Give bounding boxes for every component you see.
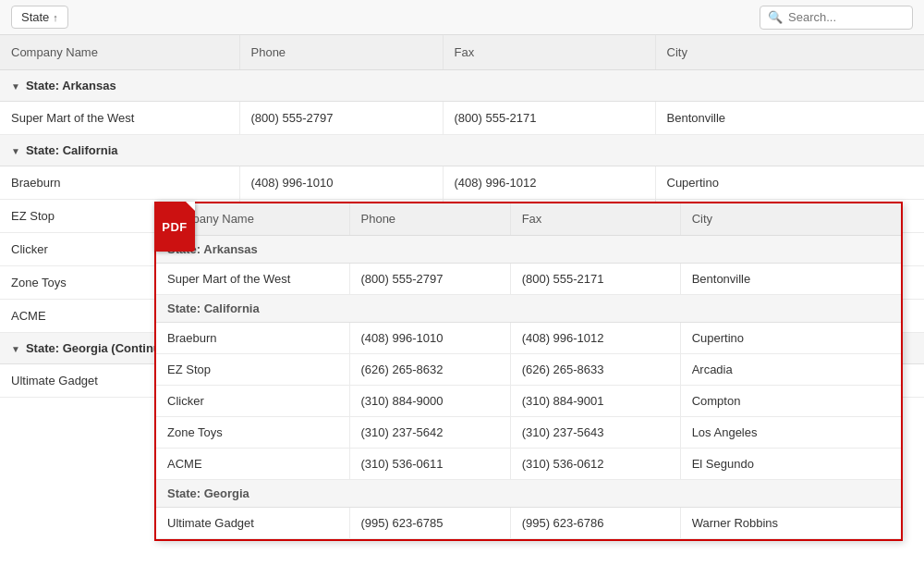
col-header-fax: Fax xyxy=(443,35,655,69)
search-icon: 🔍 xyxy=(768,10,783,24)
pdf-cell-company: Clicker xyxy=(156,385,349,416)
col-header-phone: Phone xyxy=(239,35,443,69)
pdf-cell-city: Warner Robbins xyxy=(680,507,901,538)
pdf-cell-city: Arcadia xyxy=(680,353,901,385)
pdf-cell-city: Compton xyxy=(680,385,901,416)
search-box[interactable]: 🔍 xyxy=(760,6,913,30)
pdf-cell-phone: (408) 996-1010 xyxy=(349,322,510,353)
search-input[interactable] xyxy=(788,10,905,24)
pdf-cell-phone: (626) 265-8632 xyxy=(349,353,510,385)
pdf-cell-city: Los Angeles xyxy=(680,416,901,448)
sort-arrow-icon: ↑ xyxy=(53,12,58,23)
pdf-cell-city: Bentonville xyxy=(680,263,901,294)
pdf-cell-company: EZ Stop xyxy=(156,353,349,385)
pdf-overlay: Company Name Phone Fax City State: Arkan… xyxy=(154,202,903,541)
group-expand-icon[interactable]: ▼ xyxy=(11,146,20,156)
pdf-cell-company: Zone Toys xyxy=(156,416,349,448)
pdf-group-header-cell: State: Arkansas xyxy=(156,235,901,263)
pdf-cell-city: El Segundo xyxy=(680,448,901,479)
toolbar: State ↑ 🔍 xyxy=(0,0,924,35)
pdf-cell-phone: (310) 237-5642 xyxy=(349,416,510,448)
pdf-table: Company Name Phone Fax City State: Arkan… xyxy=(156,203,901,539)
pdf-cell-city: Cupertino xyxy=(680,322,901,353)
pdf-table-row[interactable]: ACME(310) 536-0611(310) 536-0612El Segun… xyxy=(156,448,901,479)
pdf-cell-phone: (310) 536-0611 xyxy=(349,448,510,479)
pdf-cell-company: Ultimate Gadget xyxy=(156,507,349,538)
pdf-col-header-city: City xyxy=(680,203,901,235)
pdf-table-row[interactable]: Zone Toys(310) 237-5642(310) 237-5643Los… xyxy=(156,416,901,448)
pdf-table-body: State: ArkansasSuper Mart of the West(80… xyxy=(156,235,901,538)
cell-fax: (800) 555-2171 xyxy=(443,101,655,134)
cell-city: Cupertino xyxy=(655,166,924,199)
pdf-cell-fax: (800) 555-2171 xyxy=(510,263,680,294)
pdf-cell-phone: (800) 555-2797 xyxy=(349,263,510,294)
pdf-cell-fax: (310) 237-5643 xyxy=(510,416,680,448)
pdf-table-row[interactable]: EZ Stop(626) 265-8632(626) 265-8633Arcad… xyxy=(156,353,901,385)
pdf-cell-fax: (310) 536-0612 xyxy=(510,448,680,479)
pdf-cell-company: Braeburn xyxy=(156,322,349,353)
toolbar-left: State ↑ xyxy=(11,6,68,29)
pdf-cell-company: ACME xyxy=(156,448,349,479)
pdf-icon-label: PDF xyxy=(162,220,188,234)
pdf-cell-phone: (310) 884-9000 xyxy=(349,385,510,416)
pdf-table-row[interactable]: Clicker(310) 884-9000(310) 884-9001Compt… xyxy=(156,385,901,416)
pdf-cell-company: Super Mart of the West xyxy=(156,263,349,294)
sort-state-button[interactable]: State ↑ xyxy=(11,6,68,29)
group-header-cell: ▼State: California xyxy=(0,134,924,166)
pdf-group-header-cell: State: California xyxy=(156,294,901,322)
pdf-cell-fax: (995) 623-6786 xyxy=(510,507,680,538)
pdf-cell-phone: (995) 623-6785 xyxy=(349,507,510,538)
pdf-icon[interactable]: PDF xyxy=(154,202,195,252)
pdf-col-header-phone: Phone xyxy=(349,203,510,235)
pdf-table-row[interactable]: Braeburn(408) 996-1010(408) 996-1012Cupe… xyxy=(156,322,901,353)
group-header-row: ▼State: California xyxy=(0,134,924,166)
pdf-column-header-row: Company Name Phone Fax City xyxy=(156,203,901,235)
pdf-group-header-row: State: California xyxy=(156,294,901,322)
cell-phone: (408) 996-1010 xyxy=(239,166,443,199)
table-row[interactable]: Super Mart of the West(800) 555-2797(800… xyxy=(0,101,924,134)
pdf-table-row[interactable]: Super Mart of the West(800) 555-2797(800… xyxy=(156,263,901,294)
group-expand-icon[interactable]: ▼ xyxy=(11,344,20,354)
column-header-row: Company Name Phone Fax City xyxy=(0,35,924,69)
col-header-city: City xyxy=(655,35,924,69)
sort-label: State xyxy=(21,10,49,24)
group-header-cell: ▼State: Arkansas xyxy=(0,69,924,101)
pdf-cell-fax: (626) 265-8633 xyxy=(510,353,680,385)
cell-company: Braeburn xyxy=(0,166,239,199)
pdf-group-header-cell: State: Georgia xyxy=(156,479,901,507)
cell-company: Super Mart of the West xyxy=(0,101,239,134)
cell-phone: (800) 555-2797 xyxy=(239,101,443,134)
pdf-group-header-row: State: Georgia xyxy=(156,479,901,507)
cell-fax: (408) 996-1012 xyxy=(443,166,655,199)
pdf-cell-fax: (310) 884-9001 xyxy=(510,385,680,416)
cell-city: Bentonville xyxy=(655,101,924,134)
pdf-col-header-fax: Fax xyxy=(510,203,680,235)
group-expand-icon[interactable]: ▼ xyxy=(11,81,20,92)
pdf-table-row[interactable]: Ultimate Gadget(995) 623-6785(995) 623-6… xyxy=(156,507,901,538)
col-header-company: Company Name xyxy=(0,35,239,69)
group-header-row: ▼State: Arkansas xyxy=(0,69,924,101)
table-row[interactable]: Braeburn(408) 996-1010(408) 996-1012Cupe… xyxy=(0,166,924,199)
pdf-cell-fax: (408) 996-1012 xyxy=(510,322,680,353)
pdf-group-header-row: State: Arkansas xyxy=(156,235,901,263)
